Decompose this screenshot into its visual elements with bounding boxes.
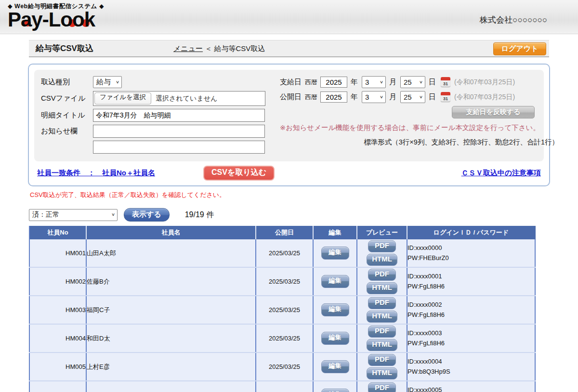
filter-row: 済：正常 表示する 19/19 件 — [29, 208, 578, 222]
pay-day-select[interactable]: 25 — [400, 76, 425, 88]
html-button[interactable]: HTML — [367, 367, 397, 379]
reflect-pay-date-button[interactable]: 支給日を反映する — [452, 106, 535, 118]
file-status-text: 選択されていません — [156, 94, 217, 103]
preview-cell: PDF HTML — [357, 296, 407, 324]
choose-file-button[interactable]: ファイルを選択 — [94, 92, 151, 105]
title-bar: 給与等CSV取込 メニュー ＜ 給与等CSV取込 ログアウト — [29, 40, 549, 57]
preview-cell: PDF HTML — [357, 324, 407, 353]
pay-date-wareki: (令和07年03月25日) — [454, 78, 515, 87]
import-type-select[interactable]: 給与 — [93, 76, 122, 88]
breadcrumb-menu-link[interactable]: メニュー — [173, 44, 203, 52]
csv-import-button[interactable]: CSVを取り込む — [203, 166, 275, 181]
publish-date-cell: 2025/03/25 — [256, 296, 313, 324]
table-row: HM005 上村E彦 2025/03/25 編集 PDF HTML ID:xxx… — [29, 353, 535, 381]
employee-table-body: HM001 山田A太郎 2025/03/25 編集 PDF HTML ID:xx… — [29, 239, 535, 392]
col-header-employee-name: 社員名 — [86, 226, 256, 239]
edit-button[interactable]: 編集 — [321, 332, 349, 345]
login-id: ID:xxxx0004 — [407, 357, 535, 366]
breadcrumb-separator: ＜ — [205, 44, 212, 52]
publish-day-select[interactable]: 25 — [400, 91, 425, 103]
preview-cell: PDF HTML — [357, 239, 407, 267]
html-button[interactable]: HTML — [367, 339, 397, 351]
employee-no-cell: HM002 — [29, 267, 86, 296]
table-row: HM004 和田D太 2025/03/25 編集 PDF HTML ID:xxx… — [29, 324, 535, 353]
edit-button[interactable]: 編集 — [321, 389, 349, 392]
form-right-column: 支給日 西暦 年 3 月 25 日 31 (令和07年03月25日) 公開日 西… — [271, 76, 562, 157]
employee-name-cell: 佐藤B介 — [86, 267, 256, 296]
pay-month-select[interactable]: 3 — [362, 76, 386, 88]
preview-cell: PDF HTML — [357, 353, 407, 381]
table-header-row: 社員No 社員名 公開日 編集 プレビュー ログインＩＤ / パスワード — [29, 226, 535, 239]
pdf-button[interactable]: PDF — [368, 240, 396, 252]
edit-button[interactable]: 編集 — [321, 247, 349, 260]
publish-date-cell: 2025/03/25 — [256, 239, 313, 267]
html-button[interactable]: HTML — [367, 254, 397, 266]
publish-date-cell: 2025/03/25 — [256, 267, 313, 296]
employee-no-cell: HM003 — [29, 296, 86, 324]
edit-button[interactable]: 編集 — [321, 275, 349, 288]
import-result-message: CSV取込が完了、取込結果（正常／取込失敗）を確認してください。 — [30, 191, 578, 199]
login-cell: ID:xxxx0001 PW:FgLfi8H6 — [407, 267, 535, 296]
pdf-button[interactable]: PDF — [368, 382, 396, 392]
era-label: 西暦 — [305, 93, 317, 102]
publish-date-row: 公開日 西暦 年 3 月 25 日 31 (令和07年03月25日) — [280, 91, 562, 103]
table-row: HM006 今泉F治 2025/03/25 編集 PDF HTML ID:xxx… — [29, 381, 535, 392]
edit-cell: 編集 — [313, 267, 357, 296]
breadcrumb: メニュー ＜ 給与等CSV取込 — [173, 40, 265, 56]
match-condition-link[interactable]: 社員一致条件 ： 社員No＋社員名 — [37, 169, 155, 178]
show-button[interactable]: 表示する — [124, 208, 170, 222]
publish-date-label: 公開日 — [280, 92, 305, 102]
publish-date-wareki: (令和07年03月25日) — [454, 93, 515, 102]
logout-button[interactable]: ログアウト — [493, 42, 546, 55]
employee-no-cell: HM005 — [29, 353, 86, 381]
publish-date-cell: 2025/03/25 — [256, 381, 313, 392]
login-pw: PW:FHEBurZ0 — [407, 253, 535, 263]
employee-table: 社員No 社員名 公開日 編集 プレビュー ログインＩＤ / パスワード HM0… — [29, 226, 536, 392]
app-header: ◆ Web給与明細書配信システム ◆ Pay-Look 株式会社○○○○○○○ — [0, 0, 578, 34]
notice-label: お知らせ欄 — [41, 127, 93, 136]
csv-file-input[interactable]: ファイルを選択 選択されていません — [93, 91, 265, 106]
pdf-button[interactable]: PDF — [368, 297, 396, 309]
pay-date-label: 支給日 — [280, 78, 305, 87]
edit-button[interactable]: 編集 — [321, 360, 349, 373]
table-row: HM002 佐藤B介 2025/03/25 編集 PDF HTML ID:xxx… — [29, 267, 535, 296]
edit-cell: 編集 — [313, 353, 357, 381]
pdf-button[interactable]: PDF — [368, 354, 396, 366]
employee-name-cell: 福岡C子 — [86, 296, 256, 324]
pdf-button[interactable]: PDF — [368, 326, 396, 338]
era-label: 西暦 — [305, 78, 317, 87]
pdf-button[interactable]: PDF — [368, 269, 396, 281]
page-title: 給与等CSV取込 — [29, 40, 93, 56]
login-cell: ID:xxxx0005 PW:b8Q3Hp9S — [407, 381, 535, 392]
paylook-logo: ◆ Web給与明細書配信システム ◆ Pay-Look — [8, 2, 104, 30]
employee-name-cell: 今泉F治 — [86, 381, 256, 392]
notice-input-1[interactable] — [93, 125, 265, 138]
pay-year-input[interactable] — [320, 77, 347, 88]
col-header-login: ログインＩＤ / パスワード — [407, 226, 535, 239]
breadcrumb-current: 給与等CSV取込 — [214, 44, 265, 52]
login-id: ID:xxxx0005 — [407, 385, 535, 392]
login-id: ID:xxxx0003 — [407, 328, 535, 338]
login-cell: ID:xxxx0000 PW:FHEBurZ0 — [407, 239, 535, 267]
pay-date-row: 支給日 西暦 年 3 月 25 日 31 (令和07年03月25日) — [280, 76, 562, 88]
detail-title-input[interactable] — [93, 109, 265, 122]
employee-no-cell: HM004 — [29, 324, 86, 353]
csv-caution-link[interactable]: ＣＳＶ取込中の注意事項 — [461, 169, 541, 178]
col-header-preview: プレビュー — [357, 226, 407, 239]
login-cell: ID:xxxx0003 PW:FgLfi8H6 — [407, 324, 535, 353]
edit-button[interactable]: 編集 — [321, 303, 349, 316]
mail-notice-text: ※お知らせメール機能を使用する場合は、事前にメール本文設定を行って下さい。 — [280, 122, 562, 133]
employee-no-cell: HM001 — [29, 239, 86, 267]
calendar-icon[interactable]: 31 — [441, 93, 450, 102]
calendar-icon[interactable]: 31 — [441, 78, 450, 87]
html-button[interactable]: HTML — [367, 282, 397, 294]
login-cell: ID:xxxx0002 PW:FgLfi8H6 — [407, 296, 535, 324]
publish-year-input[interactable] — [320, 91, 347, 103]
html-button[interactable]: HTML — [367, 311, 397, 323]
match-condition-row: 社員一致条件 ： 社員No＋社員名 CSVを取り込む ＣＳＶ取込中の注意事項 — [34, 161, 544, 184]
publish-month-select[interactable]: 3 — [362, 91, 386, 103]
csv-file-label: CSVファイル — [41, 94, 93, 103]
notice-input-2[interactable] — [93, 141, 265, 154]
result-filter-select[interactable]: 済：正常 — [29, 209, 118, 221]
login-id: ID:xxxx0000 — [407, 243, 535, 253]
